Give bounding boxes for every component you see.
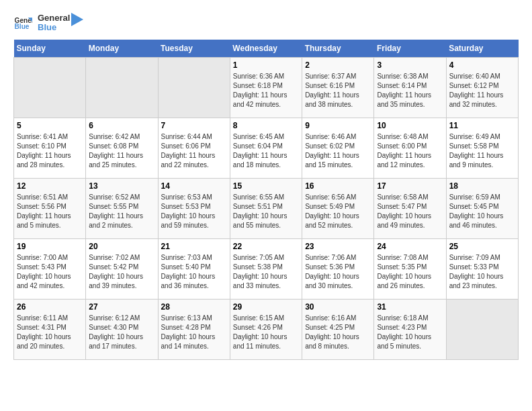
day-info: Sunrise: 6:51 AMSunset: 5:56 PMDaylight:… xyxy=(17,193,83,230)
calendar-table: SundayMondayTuesdayWednesdayThursdayFrid… xyxy=(13,40,519,360)
svg-text:Blue: Blue xyxy=(15,24,30,31)
day-cell-20: 20Sunrise: 7:02 AMSunset: 5:42 PMDayligh… xyxy=(86,238,158,299)
day-number: 10 xyxy=(377,121,443,130)
day-number: 19 xyxy=(17,242,83,251)
day-number: 9 xyxy=(305,121,371,130)
day-cell-4: 4Sunrise: 6:40 AMSunset: 6:12 PMDaylight… xyxy=(446,57,518,118)
day-cell-15: 15Sunrise: 6:55 AMSunset: 5:51 PMDayligh… xyxy=(230,178,302,238)
day-info: Sunrise: 6:56 AMSunset: 5:49 PMDaylight:… xyxy=(305,193,371,230)
day-cell-8: 8Sunrise: 6:45 AMSunset: 6:04 PMDaylight… xyxy=(230,118,302,178)
day-number: 18 xyxy=(449,181,515,191)
day-number: 12 xyxy=(17,181,83,191)
day-info: Sunrise: 6:12 AMSunset: 4:30 PMDaylight:… xyxy=(89,314,154,351)
day-number: 23 xyxy=(305,242,371,251)
day-number: 13 xyxy=(89,181,154,191)
header-saturday: Saturday xyxy=(446,40,518,58)
day-number: 5 xyxy=(17,121,83,130)
day-number: 1 xyxy=(233,60,299,70)
header-sunday: Sunday xyxy=(14,40,86,58)
day-number: 6 xyxy=(89,121,154,130)
day-cell-31: 31Sunrise: 6:18 AMSunset: 4:23 PMDayligh… xyxy=(374,299,446,359)
header-wednesday: Wednesday xyxy=(230,40,302,58)
day-cell-30: 30Sunrise: 6:16 AMSunset: 4:25 PMDayligh… xyxy=(302,299,374,359)
week-row-3: 12Sunrise: 6:51 AMSunset: 5:56 PMDayligh… xyxy=(14,178,519,238)
day-info: Sunrise: 6:48 AMSunset: 6:00 PMDaylight:… xyxy=(377,132,443,170)
day-info: Sunrise: 6:38 AMSunset: 6:14 PMDaylight:… xyxy=(377,72,443,109)
day-number: 16 xyxy=(305,181,371,191)
page-header: General Blue General Blue xyxy=(13,13,519,33)
day-cell-10: 10Sunrise: 6:48 AMSunset: 6:00 PMDayligh… xyxy=(374,118,446,178)
header-friday: Friday xyxy=(374,40,446,58)
day-cell-7: 7Sunrise: 6:44 AMSunset: 6:06 PMDaylight… xyxy=(158,118,230,178)
week-row-5: 26Sunrise: 6:11 AMSunset: 4:31 PMDayligh… xyxy=(14,299,519,359)
day-number: 28 xyxy=(161,302,227,312)
logo-general: General xyxy=(38,13,70,23)
day-cell-26: 26Sunrise: 6:11 AMSunset: 4:31 PMDayligh… xyxy=(14,299,86,359)
day-cell-5: 5Sunrise: 6:41 AMSunset: 6:10 PMDaylight… xyxy=(14,118,86,178)
day-info: Sunrise: 7:05 AMSunset: 5:38 PMDaylight:… xyxy=(233,253,299,291)
day-cell-23: 23Sunrise: 7:06 AMSunset: 5:36 PMDayligh… xyxy=(302,238,374,299)
header-tuesday: Tuesday xyxy=(158,40,230,58)
day-info: Sunrise: 6:45 AMSunset: 6:04 PMDaylight:… xyxy=(233,132,299,170)
day-info: Sunrise: 6:46 AMSunset: 6:02 PMDaylight:… xyxy=(305,132,371,170)
logo-blue: Blue xyxy=(38,23,70,32)
day-number: 8 xyxy=(233,121,299,130)
day-cell-empty xyxy=(14,57,86,118)
day-number: 30 xyxy=(305,302,371,312)
day-info: Sunrise: 6:18 AMSunset: 4:23 PMDaylight:… xyxy=(377,314,443,351)
day-info: Sunrise: 6:15 AMSunset: 4:26 PMDaylight:… xyxy=(233,314,299,351)
day-cell-29: 29Sunrise: 6:15 AMSunset: 4:26 PMDayligh… xyxy=(230,299,302,359)
day-info: Sunrise: 6:44 AMSunset: 6:06 PMDaylight:… xyxy=(161,132,227,170)
day-number: 21 xyxy=(161,242,227,251)
day-number: 25 xyxy=(449,242,515,251)
header-thursday: Thursday xyxy=(302,40,374,58)
day-number: 7 xyxy=(161,121,227,130)
day-info: Sunrise: 7:02 AMSunset: 5:42 PMDaylight:… xyxy=(89,253,154,291)
day-cell-empty xyxy=(446,299,518,359)
svg-marker-3 xyxy=(71,13,83,26)
logo: General Blue General Blue xyxy=(13,13,83,33)
day-cell-13: 13Sunrise: 6:52 AMSunset: 5:55 PMDayligh… xyxy=(86,178,158,238)
day-number: 3 xyxy=(377,60,443,70)
week-row-4: 19Sunrise: 7:00 AMSunset: 5:43 PMDayligh… xyxy=(14,238,519,299)
day-cell-19: 19Sunrise: 7:00 AMSunset: 5:43 PMDayligh… xyxy=(14,238,86,299)
day-info: Sunrise: 6:16 AMSunset: 4:25 PMDaylight:… xyxy=(305,314,371,351)
day-cell-17: 17Sunrise: 6:58 AMSunset: 5:47 PMDayligh… xyxy=(374,178,446,238)
day-number: 20 xyxy=(89,242,154,251)
day-info: Sunrise: 7:08 AMSunset: 5:35 PMDaylight:… xyxy=(377,253,443,291)
day-cell-12: 12Sunrise: 6:51 AMSunset: 5:56 PMDayligh… xyxy=(14,178,86,238)
day-cell-6: 6Sunrise: 6:42 AMSunset: 6:08 PMDaylight… xyxy=(86,118,158,178)
day-info: Sunrise: 6:37 AMSunset: 6:16 PMDaylight:… xyxy=(305,72,371,109)
day-number: 29 xyxy=(233,302,299,312)
day-number: 31 xyxy=(377,302,443,312)
day-cell-empty xyxy=(86,57,158,118)
day-cell-16: 16Sunrise: 6:56 AMSunset: 5:49 PMDayligh… xyxy=(302,178,374,238)
day-number: 15 xyxy=(233,181,299,191)
day-number: 2 xyxy=(305,60,371,70)
day-info: Sunrise: 7:00 AMSunset: 5:43 PMDaylight:… xyxy=(17,253,83,291)
logo-arrow-icon xyxy=(71,13,83,26)
day-info: Sunrise: 7:06 AMSunset: 5:36 PMDaylight:… xyxy=(305,253,371,291)
day-info: Sunrise: 7:03 AMSunset: 5:40 PMDaylight:… xyxy=(161,253,227,291)
day-cell-22: 22Sunrise: 7:05 AMSunset: 5:38 PMDayligh… xyxy=(230,238,302,299)
day-info: Sunrise: 6:52 AMSunset: 5:55 PMDaylight:… xyxy=(89,193,154,230)
week-row-2: 5Sunrise: 6:41 AMSunset: 6:10 PMDaylight… xyxy=(14,118,519,178)
day-info: Sunrise: 6:41 AMSunset: 6:10 PMDaylight:… xyxy=(17,132,83,170)
day-cell-28: 28Sunrise: 6:13 AMSunset: 4:28 PMDayligh… xyxy=(158,299,230,359)
day-cell-3: 3Sunrise: 6:38 AMSunset: 6:14 PMDaylight… xyxy=(374,57,446,118)
day-number: 26 xyxy=(17,302,83,312)
day-number: 22 xyxy=(233,242,299,251)
day-number: 27 xyxy=(89,302,154,312)
day-cell-1: 1Sunrise: 6:36 AMSunset: 6:18 PMDaylight… xyxy=(230,57,302,118)
day-number: 11 xyxy=(449,121,515,130)
day-info: Sunrise: 6:53 AMSunset: 5:53 PMDaylight:… xyxy=(161,193,227,230)
day-info: Sunrise: 7:09 AMSunset: 5:33 PMDaylight:… xyxy=(449,253,515,291)
day-info: Sunrise: 6:13 AMSunset: 4:28 PMDaylight:… xyxy=(161,314,227,351)
day-info: Sunrise: 6:36 AMSunset: 6:18 PMDaylight:… xyxy=(233,72,299,109)
day-number: 24 xyxy=(377,242,443,251)
weekday-header-row: SundayMondayTuesdayWednesdayThursdayFrid… xyxy=(14,40,519,58)
day-info: Sunrise: 6:55 AMSunset: 5:51 PMDaylight:… xyxy=(233,193,299,230)
day-info: Sunrise: 6:59 AMSunset: 5:45 PMDaylight:… xyxy=(449,193,515,230)
week-row-1: 1Sunrise: 6:36 AMSunset: 6:18 PMDaylight… xyxy=(14,57,519,118)
day-cell-27: 27Sunrise: 6:12 AMSunset: 4:30 PMDayligh… xyxy=(86,299,158,359)
